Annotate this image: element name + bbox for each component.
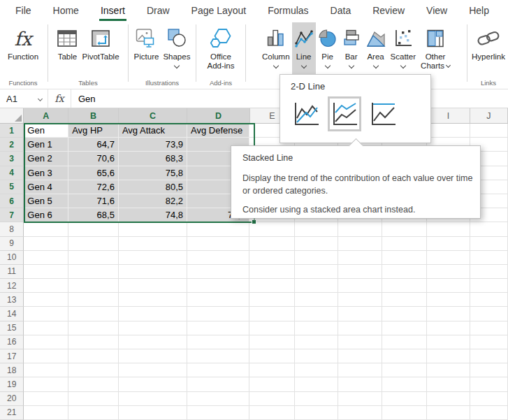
cell-J13[interactable] [470, 293, 508, 307]
cell-F17[interactable] [295, 349, 338, 363]
cell-C14[interactable] [119, 307, 187, 321]
cell-E14[interactable] [249, 307, 295, 321]
cell-C6[interactable]: 82,2 [119, 194, 187, 208]
row-header-21[interactable]: 21 [0, 406, 24, 420]
cell-E13[interactable] [249, 293, 295, 307]
cell-I15[interactable] [427, 321, 470, 335]
cell-H20[interactable] [382, 392, 427, 406]
cell-J10[interactable] [470, 251, 508, 265]
cell-F16[interactable] [295, 335, 338, 349]
cell-E16[interactable] [249, 335, 295, 349]
cell-I16[interactable] [427, 335, 470, 349]
cell-C12[interactable] [119, 279, 187, 293]
hyperlink-button[interactable]: Hyperlink [470, 22, 507, 61]
cell-C20[interactable] [119, 392, 187, 406]
cell-A17[interactable] [24, 349, 68, 363]
tab-review[interactable]: Review [371, 0, 406, 21]
tab-file[interactable]: File [14, 0, 33, 21]
cell-A8[interactable] [24, 222, 68, 236]
row-header-16[interactable]: 16 [0, 335, 24, 349]
fill-handle[interactable] [252, 219, 256, 224]
row-header-5[interactable]: 5 [0, 180, 24, 194]
cell-B2[interactable]: 64,7 [68, 138, 119, 152]
cell-D10[interactable] [187, 251, 249, 265]
tab-view[interactable]: View [425, 0, 449, 21]
cell-F9[interactable] [295, 237, 338, 251]
cell-J20[interactable] [470, 392, 508, 406]
cell-A16[interactable] [24, 335, 68, 349]
cell-J9[interactable] [470, 237, 508, 251]
cell-E12[interactable] [249, 279, 295, 293]
cell-H19[interactable] [382, 377, 427, 391]
cell-I14[interactable] [427, 307, 470, 321]
cell-G8[interactable] [338, 222, 382, 236]
cell-F20[interactable] [295, 392, 338, 406]
cell-I12[interactable] [427, 279, 470, 293]
cell-J18[interactable] [470, 363, 508, 377]
cell-G19[interactable] [338, 377, 382, 391]
cell-C17[interactable] [119, 349, 187, 363]
cell-C16[interactable] [119, 335, 187, 349]
cell-D19[interactable] [187, 377, 249, 391]
cell-H13[interactable] [382, 293, 427, 307]
cell-B9[interactable] [68, 237, 119, 251]
picture-button[interactable]: Picture [132, 22, 161, 61]
row-header-13[interactable]: 13 [0, 293, 24, 307]
cell-D11[interactable] [187, 265, 249, 279]
cell-B17[interactable] [68, 349, 119, 363]
cell-G13[interactable] [338, 293, 382, 307]
cell-C2[interactable]: 73,9 [119, 138, 187, 152]
cell-B3[interactable]: 70,6 [68, 152, 119, 166]
cell-F21[interactable] [295, 406, 338, 420]
cell-A2[interactable]: Gen 1 [24, 138, 68, 152]
cell-D1[interactable]: Avg Defense [187, 124, 249, 138]
cell-A20[interactable] [24, 392, 68, 406]
bar-chart-button[interactable]: Bar [340, 22, 363, 70]
cell-H10[interactable] [382, 251, 427, 265]
cell-B13[interactable] [68, 293, 119, 307]
cell-B16[interactable] [68, 335, 119, 349]
cell-D20[interactable] [187, 392, 249, 406]
cell-C8[interactable] [119, 222, 187, 236]
cell-E17[interactable] [249, 349, 295, 363]
cell-A11[interactable] [24, 265, 68, 279]
cell-I18[interactable] [427, 363, 470, 377]
cell-J8[interactable] [470, 222, 508, 236]
cell-C15[interactable] [119, 321, 187, 335]
cell-B4[interactable]: 65,6 [68, 166, 119, 180]
cell-G15[interactable] [338, 321, 382, 335]
cell-G18[interactable] [338, 363, 382, 377]
cell-J21[interactable] [470, 406, 508, 420]
name-box[interactable]: A1 [0, 89, 48, 108]
cell-I10[interactable] [427, 251, 470, 265]
row-header-7[interactable]: 7 [0, 208, 24, 222]
cell-G21[interactable] [338, 406, 382, 420]
cell-F8[interactable] [295, 222, 338, 236]
line-chart-option[interactable] [289, 96, 323, 131]
cell-H16[interactable] [382, 335, 427, 349]
row-header-19[interactable]: 19 [0, 377, 24, 391]
cell-C7[interactable]: 74,8 [119, 208, 187, 222]
cell-G20[interactable] [338, 392, 382, 406]
cell-H14[interactable] [382, 307, 427, 321]
tab-draw[interactable]: Draw [145, 0, 171, 21]
cell-F18[interactable] [295, 363, 338, 377]
cell-C18[interactable] [119, 363, 187, 377]
cell-C21[interactable] [119, 406, 187, 420]
cell-J15[interactable] [470, 321, 508, 335]
row-header-8[interactable]: 8 [0, 222, 24, 236]
row-header-18[interactable]: 18 [0, 363, 24, 377]
row-header-20[interactable]: 20 [0, 392, 24, 406]
tab-data[interactable]: Data [329, 0, 353, 21]
cell-A4[interactable]: Gen 3 [24, 166, 68, 180]
cell-B11[interactable] [68, 265, 119, 279]
row-header-15[interactable]: 15 [0, 321, 24, 335]
cell-D17[interactable] [187, 349, 249, 363]
cell-E21[interactable] [249, 406, 295, 420]
cell-A12[interactable] [24, 279, 68, 293]
row-header-14[interactable]: 14 [0, 307, 24, 321]
select-all-corner[interactable] [0, 108, 24, 124]
cell-C1[interactable]: Avg Attack [119, 124, 187, 138]
cell-I17[interactable] [427, 349, 470, 363]
tab-help[interactable]: Help [467, 0, 491, 21]
